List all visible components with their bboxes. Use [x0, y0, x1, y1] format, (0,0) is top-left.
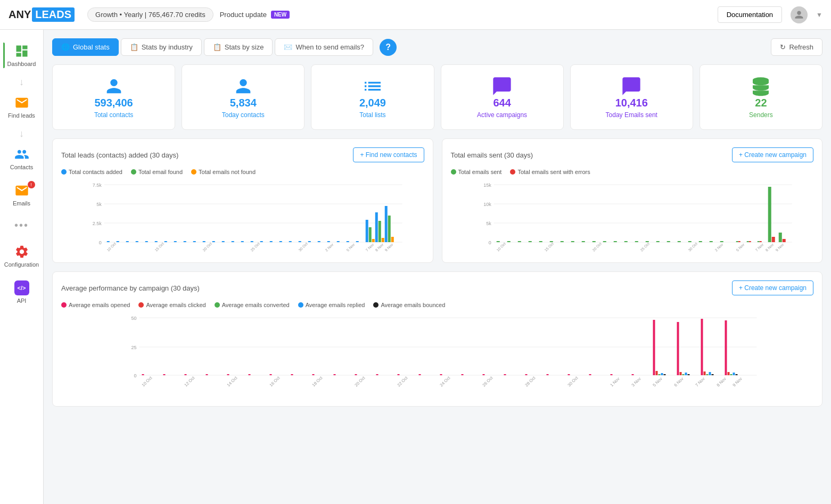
svg-text:9 Nov: 9 Nov — [732, 376, 743, 387]
svg-rect-20 — [212, 241, 215, 242]
find-new-contacts-button[interactable]: + Find new contacts — [353, 147, 424, 162]
sidebar-item-label-contacts: Contacts — [10, 164, 33, 170]
svg-text:9 Nov: 9 Nov — [384, 242, 394, 252]
svg-rect-11 — [126, 241, 129, 242]
chart-emails-svg: 15k 10k 5k 0 — [451, 179, 814, 254]
svg-text:10 Oct: 10 Oct — [496, 242, 506, 252]
legend-contacts-added: Total contacts added — [61, 169, 122, 175]
svg-rect-22 — [232, 241, 234, 242]
svg-rect-118 — [291, 374, 293, 375]
chart-emails-legend: Total emails sent Total emails sent with… — [451, 169, 814, 175]
svg-text:12 Oct: 12 Oct — [184, 375, 196, 388]
plan-badge: Growth • Yearly | 765,467.70 credits — [87, 7, 213, 22]
svg-rect-131 — [568, 374, 570, 375]
new-badge: NEW — [271, 11, 290, 19]
charts-row: Total leads (contacts) added (30 days) +… — [52, 138, 822, 263]
svg-text:30 Oct: 30 Oct — [298, 242, 309, 252]
legend-emails-replied: Average emails replied — [298, 302, 365, 308]
svg-rect-36 — [366, 220, 368, 242]
svg-text:15 Oct: 15 Oct — [154, 242, 165, 252]
sidebar-item-contacts[interactable]: Contacts — [3, 142, 40, 176]
svg-text:2.5k: 2.5k — [93, 221, 102, 226]
svg-rect-115 — [227, 374, 229, 375]
chart-emails: Total emails sent (30 days) + Create new… — [442, 138, 823, 263]
chart-leads-legend: Total contacts added Total email found T… — [61, 169, 424, 175]
tab-stats-by-size[interactable]: 📋 Stats by size — [204, 38, 273, 56]
svg-rect-151 — [728, 372, 730, 375]
nav-arrow-1: ↓ — [19, 77, 24, 88]
legend-dot-clicked — [138, 302, 144, 308]
svg-rect-143 — [685, 373, 687, 375]
svg-rect-32 — [327, 241, 330, 242]
svg-rect-72 — [592, 241, 595, 242]
chart-performance: Average performance by campaign (30 days… — [52, 271, 822, 407]
svg-rect-35 — [356, 241, 359, 242]
legend-emails-errors: Total emails sent with errors — [510, 169, 590, 175]
active-campaigns-icon — [491, 76, 513, 97]
legend-dot-green — [131, 169, 136, 175]
svg-text:5k: 5k — [486, 221, 491, 226]
help-button[interactable]: ? — [380, 39, 397, 56]
legend-email-found: Total email found — [131, 169, 183, 175]
total-lists-icon — [362, 76, 383, 97]
svg-text:10k: 10k — [483, 202, 491, 207]
active-indicator — [3, 43, 5, 68]
globe-icon: 🌐 — [61, 43, 70, 51]
svg-rect-122 — [376, 374, 379, 375]
tab-stats-by-industry[interactable]: 📋 Stats by industry — [121, 38, 202, 56]
refresh-button[interactable]: ↻ Refresh — [771, 38, 822, 56]
svg-rect-133 — [611, 374, 613, 375]
sidebar-item-emails[interactable]: ! Emails — [3, 178, 40, 212]
svg-text:8 Nov: 8 Nov — [764, 242, 774, 252]
svg-text:16 Oct: 16 Oct — [269, 375, 282, 388]
sidebar-item-label-emails: Emails — [13, 200, 30, 206]
create-new-campaign-button-1[interactable]: + Create new campaign — [732, 147, 813, 162]
svg-rect-9 — [107, 241, 110, 242]
svg-rect-82 — [698, 241, 702, 242]
sidebar-item-configuration[interactable]: Configuration — [3, 239, 40, 273]
documentation-button[interactable]: Documentation — [718, 6, 782, 23]
chart-leads-area: 7.5k 5k 2.5k 0 — [61, 179, 424, 254]
svg-rect-43 — [388, 216, 391, 242]
svg-rect-149 — [712, 374, 714, 375]
svg-rect-153 — [733, 373, 735, 375]
tab-when-to-send[interactable]: ✉️ When to send emails? — [275, 38, 373, 56]
stat-number-today-emails-sent: 10,416 — [615, 97, 648, 109]
svg-rect-25 — [260, 241, 263, 242]
svg-rect-81 — [688, 241, 691, 242]
stat-number-today-contacts: 5,834 — [230, 97, 257, 109]
stat-card-active-campaigns: 644 Active campaigns — [441, 64, 564, 130]
stat-label-total-lists: Total lists — [359, 111, 385, 119]
svg-text:6 Nov: 6 Nov — [673, 376, 685, 387]
svg-rect-75 — [624, 241, 627, 242]
svg-rect-137 — [659, 374, 661, 375]
size-icon: 📋 — [213, 43, 221, 51]
svg-text:8 Nov: 8 Nov — [716, 376, 727, 387]
legend-emails-converted: Average emails converted — [215, 302, 290, 308]
tab-global-stats[interactable]: 🌐 Global stats — [52, 38, 119, 56]
avatar[interactable] — [791, 6, 808, 23]
svg-rect-27 — [279, 241, 282, 242]
legend-emails-not-found: Total emails not found — [191, 169, 256, 175]
svg-text:30 Oct: 30 Oct — [567, 375, 580, 388]
stat-label-today-contacts: Today contacts — [222, 111, 265, 119]
sidebar-item-dashboard[interactable]: Dashboard — [3, 38, 40, 72]
svg-text:10 Oct: 10 Oct — [106, 242, 117, 252]
tabs-bar: 🌐 Global stats 📋 Stats by industry 📋 Sta… — [52, 38, 822, 56]
svg-text:30 Oct: 30 Oct — [687, 242, 698, 252]
configuration-icon — [14, 244, 29, 259]
svg-rect-70 — [571, 241, 574, 242]
sidebar-item-find-leads[interactable]: Find leads — [3, 90, 40, 124]
nav-arrow-2: ↓ — [19, 128, 24, 139]
svg-text:15 Oct: 15 Oct — [544, 242, 554, 252]
svg-rect-142 — [682, 374, 685, 375]
svg-rect-132 — [589, 374, 591, 375]
create-new-campaign-button-2[interactable]: + Create new campaign — [732, 280, 813, 295]
sidebar-item-more[interactable]: ••• — [3, 214, 40, 237]
chart-performance-header: Average performance by campaign (30 days… — [61, 280, 813, 295]
svg-rect-16 — [174, 241, 177, 242]
chart-leads: Total leads (contacts) added (30 days) +… — [52, 138, 433, 263]
sidebar-item-api[interactable]: </> API — [3, 275, 40, 309]
svg-rect-13 — [145, 241, 148, 242]
svg-rect-69 — [560, 241, 563, 242]
